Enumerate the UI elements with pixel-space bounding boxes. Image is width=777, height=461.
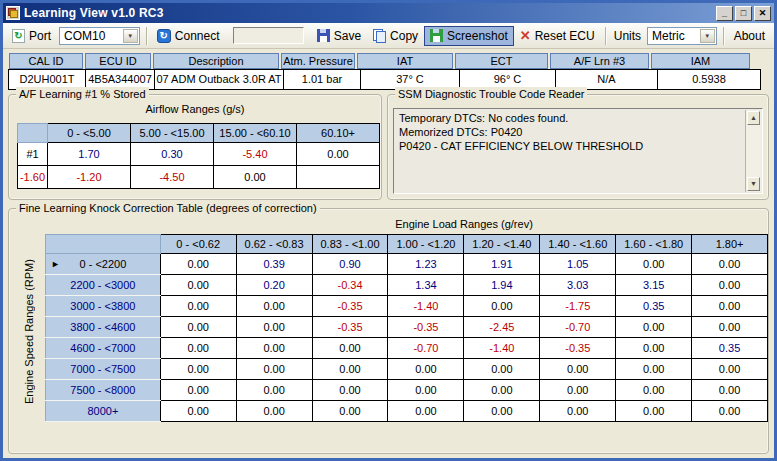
value-cell[interactable]: 0.00 — [160, 275, 236, 296]
value-cell[interactable]: 0.00 — [236, 380, 312, 401]
value-cell[interactable]: 0.00 — [160, 359, 236, 380]
column-header[interactable]: 0.83 - <1.00 — [312, 235, 388, 254]
close-button[interactable]: ✕ — [754, 6, 771, 21]
value-cell[interactable]: 1.23 — [388, 254, 464, 275]
value-cell[interactable]: 0.00 — [214, 166, 297, 189]
row-header[interactable]: 2200 - <3000 — [46, 275, 161, 296]
value-cell[interactable]: 0.00 — [160, 296, 236, 317]
value-cell[interactable]: 0.00 — [312, 401, 388, 422]
save-button[interactable]: Save — [311, 26, 367, 46]
value-cell[interactable]: 0.00 — [312, 359, 388, 380]
column-header[interactable]: 0 - <0.62 — [160, 235, 236, 254]
dtc-output-textbox[interactable]: ▲ ▼ Temporary DTCs: No codes found.Memor… — [393, 108, 763, 194]
value-cell[interactable]: 0.39 — [236, 254, 312, 275]
port-button[interactable]: ↻ Port — [6, 26, 57, 46]
maximize-button[interactable]: □ — [735, 6, 752, 21]
value-cell[interactable]: 0.00 — [160, 254, 236, 275]
column-header[interactable]: 1.60 - <1.80 — [616, 235, 692, 254]
row-header[interactable]: 4600 - <7000 — [46, 338, 161, 359]
value-cell[interactable]: -4.50 — [131, 166, 214, 189]
value-cell[interactable]: 0.00 — [616, 254, 692, 275]
value-cell[interactable] — [297, 166, 380, 189]
value-cell[interactable]: 0.00 — [616, 359, 692, 380]
value-cell[interactable]: -0.35 — [312, 296, 388, 317]
value-cell[interactable]: -0.34 — [312, 275, 388, 296]
value-cell[interactable]: 0.00 — [464, 359, 540, 380]
row-header[interactable]: ►0 - <2200 — [46, 254, 161, 275]
connect-button[interactable]: ↻ Connect — [151, 26, 226, 46]
value-cell[interactable]: 0.00 — [540, 401, 616, 422]
row-header[interactable]: 3000 - <3800 — [46, 296, 161, 317]
value-cell[interactable]: -0.70 — [540, 317, 616, 338]
value-cell[interactable]: 0.00 — [692, 317, 768, 338]
value-cell[interactable]: -5.40 — [214, 143, 297, 166]
value-cell[interactable]: 1.94 — [464, 275, 540, 296]
about-button[interactable]: About — [728, 26, 771, 46]
value-cell[interactable]: 0.00 — [616, 380, 692, 401]
scroll-down-icon[interactable]: ▼ — [747, 177, 760, 191]
value-cell[interactable]: 0.00 — [388, 401, 464, 422]
copy-button[interactable]: Copy — [367, 26, 424, 46]
value-cell[interactable]: 1.70 — [48, 143, 131, 166]
reset-ecu-button[interactable]: ✕ Reset ECU — [514, 26, 601, 46]
scroll-up-icon[interactable]: ▲ — [747, 111, 760, 125]
column-header[interactable]: 1.40 - <1.60 — [540, 235, 616, 254]
value-cell[interactable]: 0.90 — [312, 254, 388, 275]
value-cell[interactable]: 0.00 — [692, 275, 768, 296]
value-cell[interactable]: -0.35 — [540, 338, 616, 359]
value-cell[interactable]: 0.00 — [692, 296, 768, 317]
minimize-button[interactable]: _ — [716, 6, 733, 21]
row-header[interactable]: -1.60 — [18, 166, 48, 189]
value-cell[interactable]: 0.00 — [160, 380, 236, 401]
value-cell[interactable]: 0.00 — [464, 296, 540, 317]
value-cell[interactable]: 0.00 — [160, 317, 236, 338]
screenshot-button[interactable]: Screenshot — [424, 26, 514, 46]
value-cell[interactable]: 0.00 — [160, 338, 236, 359]
value-cell[interactable]: 0.00 — [388, 380, 464, 401]
value-cell[interactable]: 0.00 — [312, 380, 388, 401]
value-cell[interactable]: 0.00 — [312, 338, 388, 359]
value-cell[interactable]: 0.00 — [236, 296, 312, 317]
value-cell[interactable]: -2.45 — [464, 317, 540, 338]
value-cell[interactable]: 0.00 — [616, 401, 692, 422]
column-header[interactable]: 1.20 - <1.40 — [464, 235, 540, 254]
column-header[interactable]: 0 - <5.00 — [48, 124, 131, 143]
value-cell[interactable]: 1.91 — [464, 254, 540, 275]
value-cell[interactable]: -1.40 — [388, 296, 464, 317]
value-cell[interactable]: 0.00 — [540, 380, 616, 401]
port-combobox[interactable]: COM10 ▼ — [59, 27, 140, 45]
value-cell[interactable]: 0.00 — [540, 359, 616, 380]
value-cell[interactable]: 0.00 — [236, 317, 312, 338]
value-cell[interactable]: 0.00 — [160, 401, 236, 422]
value-cell[interactable]: 0.00 — [692, 254, 768, 275]
value-cell[interactable]: 0.00 — [616, 338, 692, 359]
value-cell[interactable]: 3.15 — [616, 275, 692, 296]
value-cell[interactable]: 0.00 — [692, 401, 768, 422]
value-cell[interactable]: 3.03 — [540, 275, 616, 296]
row-header[interactable]: 3800 - <4600 — [46, 317, 161, 338]
row-header[interactable]: 8000+ — [46, 401, 161, 422]
value-cell[interactable]: 0.20 — [236, 275, 312, 296]
value-cell[interactable]: -0.35 — [388, 317, 464, 338]
row-header[interactable]: #1 — [18, 143, 48, 166]
chevron-down-icon[interactable]: ▼ — [123, 29, 138, 43]
chevron-down-icon[interactable]: ▼ — [700, 29, 715, 43]
value-cell[interactable]: 0.35 — [616, 296, 692, 317]
value-cell[interactable]: 0.00 — [464, 401, 540, 422]
value-cell[interactable]: 0.00 — [616, 317, 692, 338]
value-cell[interactable]: 0.00 — [692, 359, 768, 380]
value-cell[interactable]: -1.40 — [464, 338, 540, 359]
value-cell[interactable]: 0.00 — [236, 401, 312, 422]
value-cell[interactable]: 0.00 — [236, 338, 312, 359]
value-cell[interactable]: 0.00 — [692, 380, 768, 401]
value-cell[interactable]: 0.00 — [297, 143, 380, 166]
value-cell[interactable]: 0.00 — [464, 380, 540, 401]
column-header[interactable]: 1.80+ — [692, 235, 768, 254]
column-header[interactable]: 1.00 - <1.20 — [388, 235, 464, 254]
value-cell[interactable]: 1.05 — [540, 254, 616, 275]
value-cell[interactable]: 0.35 — [692, 338, 768, 359]
row-header[interactable]: 7000 - <7500 — [46, 359, 161, 380]
status-textbox[interactable] — [233, 27, 304, 44]
value-cell[interactable]: -1.75 — [540, 296, 616, 317]
value-cell[interactable]: 1.34 — [388, 275, 464, 296]
